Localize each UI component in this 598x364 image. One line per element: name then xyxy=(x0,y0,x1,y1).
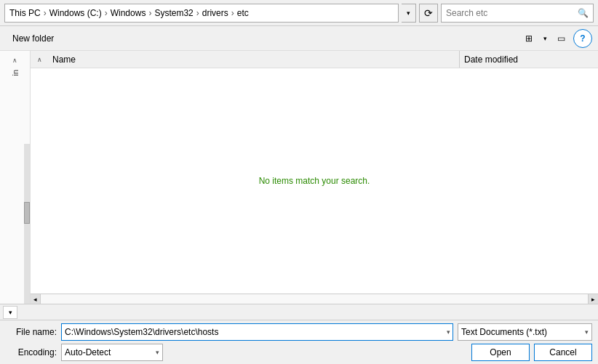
scroll-track[interactable] xyxy=(41,294,588,304)
scroll-left-button[interactable]: ◂ xyxy=(31,294,41,304)
empty-message: No items match your search. xyxy=(259,176,370,186)
breadcrumb[interactable]: This PC › Windows (C:) › Windows › Syste… xyxy=(4,4,399,23)
filename-row: File name: C:\Windows\System32\drivers\e… xyxy=(6,323,592,341)
view-grid-button[interactable]: ⊞ xyxy=(519,29,538,48)
main-area: ∧ in ∧ Name Date modified No items match… xyxy=(0,51,598,304)
breadcrumb-sep-3: › xyxy=(196,8,199,18)
breadcrumb-system32[interactable]: System32 xyxy=(154,8,193,18)
bottom-nav: ▾ xyxy=(0,304,598,320)
breadcrumb-drivers[interactable]: drivers xyxy=(202,8,228,18)
refresh-button[interactable]: ⟳ xyxy=(419,4,438,23)
nav-down-arrow[interactable]: ▾ xyxy=(3,306,17,319)
view-buttons: ⊞ ▾ ▭ xyxy=(519,29,570,48)
encoding-dropdown-icon: ▾ xyxy=(156,349,159,356)
breadcrumb-dropdown-button[interactable]: ▾ xyxy=(402,4,416,23)
column-date-modified[interactable]: Date modified xyxy=(460,51,598,68)
help-icon: ? xyxy=(580,33,585,44)
open-button[interactable]: Open xyxy=(471,344,530,361)
view-preview-button[interactable]: ▭ xyxy=(551,29,570,48)
search-input[interactable] xyxy=(446,8,578,18)
filetype-dropdown-icon: ▾ xyxy=(585,328,589,336)
breadcrumb-sep-1: › xyxy=(105,8,108,18)
toolbar: New folder ⊞ ▾ ▭ ? xyxy=(0,26,598,51)
file-list-content: No items match your search. xyxy=(31,68,598,294)
encoding-label: Encoding: xyxy=(6,347,57,357)
breadcrumb-sep-2: › xyxy=(148,8,151,18)
breadcrumb-sep-0: › xyxy=(44,8,47,18)
file-area: ∧ Name Date modified No items match your… xyxy=(31,51,598,304)
column-up-icon[interactable]: ∧ xyxy=(31,51,48,68)
action-buttons: Open Cancel xyxy=(471,344,592,361)
column-header: ∧ Name Date modified xyxy=(31,51,598,68)
nav-up-button[interactable]: ∧ xyxy=(5,54,25,67)
filetype-label: Text Documents (*.txt) xyxy=(461,327,547,337)
nav-scrollbar-thumb[interactable] xyxy=(24,202,30,224)
horizontal-scrollbar[interactable]: ◂ ▸ xyxy=(31,294,598,304)
nav-panel: ∧ in xyxy=(0,51,31,304)
search-bar[interactable]: 🔍 xyxy=(441,4,594,23)
filename-label: File name: xyxy=(6,327,57,337)
column-name[interactable]: Name xyxy=(48,51,460,68)
breadcrumb-windows[interactable]: Windows xyxy=(111,8,146,18)
encoding-dropdown[interactable]: Auto-Detect ▾ xyxy=(61,344,163,361)
filename-input-wrapper: C:\Windows\System32\drivers\etc\hosts ▾ xyxy=(61,323,453,341)
view-grid-icon: ⊞ xyxy=(525,33,533,44)
nav-item-in[interactable]: in xyxy=(8,67,23,79)
breadcrumb-etc[interactable]: etc xyxy=(237,8,249,18)
view-preview-icon: ▭ xyxy=(557,33,565,44)
new-folder-button[interactable]: New folder xyxy=(6,29,60,48)
new-folder-label: New folder xyxy=(12,33,54,44)
filename-select[interactable]: C:\Windows\System32\drivers\etc\hosts xyxy=(61,323,453,341)
cancel-button[interactable]: Cancel xyxy=(534,344,592,361)
filetype-dropdown[interactable]: Text Documents (*.txt) ▾ xyxy=(458,323,592,341)
view-dropdown-button[interactable]: ▾ xyxy=(540,29,550,48)
breadcrumb-sep-4: › xyxy=(231,8,234,18)
help-button[interactable]: ? xyxy=(573,29,592,48)
breadcrumb-windows-c[interactable]: Windows (C:) xyxy=(49,8,102,18)
breadcrumb-this-pc[interactable]: This PC xyxy=(9,8,41,18)
encoding-value: Auto-Detect xyxy=(65,347,111,357)
nav-scrollbar[interactable] xyxy=(24,144,30,304)
encoding-row: Encoding: Auto-Detect ▾ Open Cancel xyxy=(6,344,592,361)
footer: File name: C:\Windows\System32\drivers\e… xyxy=(0,320,598,364)
search-icon: 🔍 xyxy=(578,8,589,18)
scroll-right-button[interactable]: ▸ xyxy=(588,294,598,304)
